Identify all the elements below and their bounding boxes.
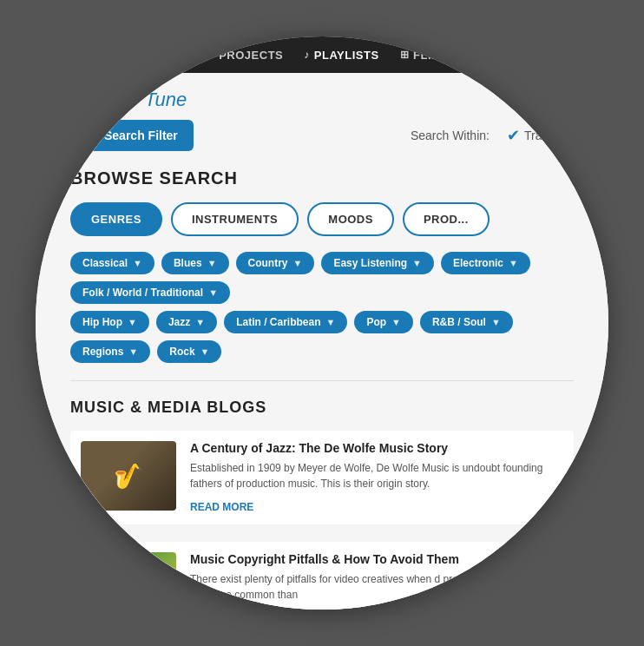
genre-tags-row-2: Hip Hop ▼ Jazz ▼ Latin / Caribbean ▼ Pop…	[70, 311, 574, 363]
filter-icon: ⚙	[86, 129, 97, 142]
genre-tag-rock[interactable]: Rock ▼	[157, 340, 221, 363]
genre-tag-easy-listening[interactable]: Easy Listening ▼	[321, 252, 434, 274]
genre-tag-hip-hop[interactable]: Hip Hop ▼	[70, 311, 149, 333]
main-content: Find the Tune ⚙ Search Filter Search Wit…	[36, 73, 608, 610]
chevron-down-icon: ▼	[207, 258, 217, 268]
check-circle-icon: ✔	[507, 126, 520, 145]
chevron-down-icon: ▼	[128, 346, 138, 357]
tab-genres[interactable]: GENRES	[70, 202, 162, 236]
chevron-down-icon: ▼	[412, 258, 422, 268]
chevron-down-icon: ▼	[128, 317, 137, 327]
genre-tag-regions[interactable]: Regions ▼	[70, 340, 150, 363]
nav-projects[interactable]: ✏ PROJECTS	[206, 49, 284, 62]
chevron-down-icon: ▼	[491, 317, 501, 327]
nav-playlists[interactable]: ♪ PLAYLISTS	[304, 49, 378, 62]
chevron-down-icon: ▼	[200, 346, 210, 357]
read-more-jazz[interactable]: READ MORE	[190, 501, 253, 513]
search-within-label: Search Within:	[411, 129, 490, 142]
blog-desc-jazz: Established in 1909 by Meyer de Wolfe, D…	[190, 460, 563, 491]
tabs-row: GENRES INSTRUMENTS MOODS PROD...	[70, 202, 574, 236]
blogs-title: MUSIC & MEDIA BLOGS	[70, 399, 574, 417]
search-filter-row: ⚙ Search Filter Search Within: ✔ Track t…	[70, 120, 574, 151]
main-circle: ✏ PROJECTS ♪ PLAYLISTS ⊞ FL... Find the …	[36, 36, 608, 610]
blog-title-jazz: A Century of Jazz: The De Wolfe Music St…	[190, 441, 563, 455]
genre-tag-folk[interactable]: Folk / World / Traditional ▼	[70, 281, 230, 304]
browse-search-title: BROWSE SEARCH	[70, 168, 574, 188]
genre-tag-blues[interactable]: Blues ▼	[161, 252, 229, 274]
genre-tag-jazz[interactable]: Jazz ▼	[156, 311, 217, 333]
blog-image-jazz: 🎷	[81, 441, 176, 511]
genre-tag-pop[interactable]: Pop ▼	[354, 311, 413, 333]
top-nav: ✏ PROJECTS ♪ PLAYLISTS ⊞ FL...	[36, 36, 608, 73]
find-tune-title: Find the Tune	[70, 73, 574, 120]
genre-tag-rnb-soul[interactable]: R&B / Soul ▼	[420, 311, 513, 333]
genre-tag-classical[interactable]: Classical ▼	[70, 252, 154, 274]
genre-tag-latin-caribbean[interactable]: Latin / Caribbean ▼	[224, 311, 347, 333]
blog-title-copyright: Music Copyright Pitfalls & How To Avoid …	[190, 552, 563, 566]
tab-moods[interactable]: MOODS	[307, 202, 394, 236]
nav-fl[interactable]: ⊞ FL...	[400, 49, 439, 62]
tab-prod[interactable]: PROD...	[403, 202, 490, 236]
genre-tag-country[interactable]: Country ▼	[236, 252, 315, 274]
genre-tags-row-1: Classical ▼ Blues ▼ Country ▼ Easy Liste…	[70, 252, 574, 304]
blog-content-copyright: Music Copyright Pitfalls & How To Avoid …	[190, 552, 563, 610]
fl-icon: ⊞	[400, 49, 410, 61]
blog-desc-copyright: There exist plenty of pitfalls for video…	[190, 571, 563, 603]
blog-item-copyright: 🎵 Music Copyright Pitfalls & How To Avoi…	[70, 542, 574, 610]
blog-item-jazz: 🎷 A Century of Jazz: The De Wolfe Music …	[70, 431, 574, 524]
playlists-icon: ♪	[304, 49, 310, 61]
chevron-down-icon: ▼	[509, 258, 518, 268]
chevron-down-icon: ▼	[208, 287, 218, 298]
projects-icon: ✏	[206, 49, 215, 61]
copyright-image: 🎵	[81, 552, 176, 610]
track-label: ✔ Track ti...	[507, 126, 574, 145]
chevron-down-icon: ▼	[391, 317, 401, 327]
genre-tag-electronic[interactable]: Electronic ▼	[441, 252, 530, 274]
chevron-down-icon: ▼	[195, 317, 205, 327]
blog-image-copyright: 🎵	[81, 552, 176, 610]
chevron-down-icon: ▼	[133, 258, 142, 268]
chevron-down-icon: ▼	[293, 258, 303, 268]
divider	[70, 380, 574, 381]
tab-instruments[interactable]: INSTRUMENTS	[171, 202, 299, 236]
search-filter-button[interactable]: ⚙ Search Filter	[70, 120, 194, 151]
jazz-image: 🎷	[81, 441, 176, 511]
blog-content-jazz: A Century of Jazz: The De Wolfe Music St…	[190, 441, 563, 514]
chevron-down-icon: ▼	[326, 317, 336, 327]
